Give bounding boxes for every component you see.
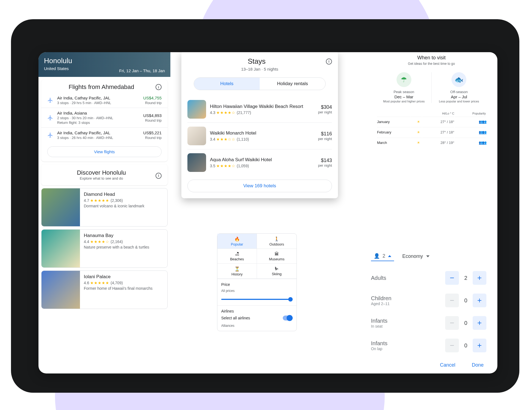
decrement-button[interactable]: − bbox=[445, 294, 459, 307]
hotel-image bbox=[187, 100, 206, 119]
category-outdoors[interactable]: 🚶 Outdoors bbox=[257, 234, 297, 249]
tab-holiday-rentals[interactable]: Holiday rentals bbox=[260, 78, 325, 90]
flight-trip-type: Round trip bbox=[143, 136, 162, 140]
passenger-count-dropdown[interactable]: 👤 2 bbox=[371, 251, 394, 261]
month-row[interactable]: January ☀ 27° / 18° 👥👥 bbox=[377, 117, 486, 127]
stays-title: Stays bbox=[187, 57, 326, 66]
hotel-row[interactable]: Waikiki Monarch Hotel 3.4 ★★★☆☆ (1,110) … bbox=[187, 122, 332, 149]
view-hotels-button[interactable]: View 169 hotels bbox=[187, 180, 332, 192]
done-button[interactable]: Done bbox=[472, 362, 484, 368]
increment-button[interactable]: + bbox=[473, 339, 486, 352]
hotel-name: Hilton Hawaiian Village Waikiki Beach Re… bbox=[210, 104, 318, 109]
star-icon: ★★★★☆ bbox=[216, 110, 235, 115]
category-icon: 🔥 bbox=[217, 236, 257, 242]
left-column: Honolulu United States Fri, 12 Jan – Thu… bbox=[38, 52, 170, 309]
flight-meta: 2 stops · 30 hrs 20 min · AMD–HNL bbox=[57, 116, 143, 120]
decrement-button[interactable]: − bbox=[445, 271, 459, 285]
select-all-airlines-toggle[interactable] bbox=[283, 316, 293, 320]
hotel-image bbox=[187, 153, 206, 172]
filters-panel: 🔥 Popular 🚶 Outdoors 🏖 Beaches 🏛 Museums… bbox=[217, 233, 297, 331]
flights-card: Flights from Ahmedabad i Air India, Cath… bbox=[41, 80, 168, 161]
discover-card: Discover Honolulu Explore what to see an… bbox=[41, 164, 168, 185]
price-slider[interactable] bbox=[221, 297, 293, 302]
flight-airlines: Air India, Cathay Pacific, JAL bbox=[57, 130, 143, 135]
flight-row[interactable]: Air India, Asiana 2 stops · 30 hrs 20 mi… bbox=[41, 108, 168, 127]
category-icon: ⏳ bbox=[217, 266, 257, 272]
app-canvas: Honolulu United States Fri, 12 Jan – Thu… bbox=[38, 52, 497, 373]
poi-item[interactable]: Diamond Head 4.7 ★★★★★ (2,306) Dormant v… bbox=[41, 188, 168, 227]
hotel-row[interactable]: Hilton Hawaiian Village Waikiki Beach Re… bbox=[187, 96, 332, 122]
flight-trip-type: Round trip bbox=[143, 118, 162, 122]
passenger-type-row: ChildrenAged 2–11 − 0 + bbox=[371, 289, 486, 312]
popularity-icon: 👥👥 bbox=[479, 141, 486, 145]
flight-price: US$5,221 bbox=[143, 130, 162, 135]
poi-item[interactable]: Hanauma Bay 4.4 ★★★★☆ (2,164) Nature pre… bbox=[41, 229, 168, 268]
passenger-value: 2 bbox=[459, 275, 473, 281]
hotel-name: Aqua Aloha Surf Waikiki Hotel bbox=[210, 157, 318, 163]
when-subtitle: Get ideas for the best time to go bbox=[376, 62, 486, 66]
passenger-value: 0 bbox=[459, 297, 473, 304]
poi-name: Iolani Palace bbox=[84, 274, 164, 280]
cancel-button[interactable]: Cancel bbox=[440, 362, 455, 368]
passenger-value: 0 bbox=[459, 320, 473, 326]
info-icon[interactable]: i bbox=[156, 84, 162, 90]
category-history[interactable]: ⏳ History bbox=[217, 264, 257, 279]
alliances-label: Alliances bbox=[221, 324, 293, 328]
month-row[interactable]: February ☀ 27° / 18° 👥👥 bbox=[377, 127, 486, 137]
category-icon: 🏖 bbox=[217, 252, 257, 256]
view-flights-button[interactable]: View flights bbox=[47, 146, 162, 157]
select-all-airlines-label: Select all airlines bbox=[221, 316, 283, 320]
flight-airlines: Air India, Asiana bbox=[57, 111, 143, 115]
destination-dates: Fri, 12 Jan – Thu, 18 Jan bbox=[119, 68, 165, 73]
when-to-visit: When to visit Get ideas for the best tim… bbox=[376, 55, 486, 148]
hotel-price: $116 bbox=[318, 131, 332, 137]
flight-price: US$4,893 bbox=[143, 113, 162, 118]
passenger-type-row: Adults − 2 + bbox=[371, 267, 486, 289]
stays-tabs: Hotels Holiday rentals bbox=[194, 77, 326, 90]
poi-item[interactable]: Iolani Palace 4.6 ★★★★★ (4,709) Former h… bbox=[41, 270, 168, 309]
plane-icon bbox=[47, 97, 53, 103]
flight-airlines: Air India, Cathay Pacific, JAL bbox=[57, 96, 143, 100]
category-museums[interactable]: 🏛 Museums bbox=[257, 249, 297, 264]
hotel-row[interactable]: Aqua Aloha Surf Waikiki Hotel 3.5 ★★★★☆ … bbox=[187, 149, 332, 176]
discover-title: Discover Honolulu bbox=[47, 169, 156, 176]
category-icon: ⛷ bbox=[257, 266, 297, 271]
flight-row[interactable]: Air India, Cathay Pacific, JAL 3 stops ·… bbox=[41, 93, 168, 108]
category-skiing[interactable]: ⛷ Skiing bbox=[257, 264, 297, 279]
hotel-price: $143 bbox=[318, 158, 332, 163]
person-icon: 👤 bbox=[374, 253, 380, 259]
poi-image bbox=[41, 188, 80, 227]
category-popular[interactable]: 🔥 Popular bbox=[217, 234, 257, 249]
increment-button[interactable]: + bbox=[473, 294, 486, 307]
flights-title: Flights from Ahmedabad bbox=[47, 83, 156, 91]
cabin-class-dropdown[interactable]: Economy bbox=[402, 253, 430, 259]
month-row[interactable]: March ☀ 28° / 19° 👥👥 bbox=[377, 138, 486, 147]
decrement-button[interactable]: − bbox=[445, 316, 459, 330]
info-icon[interactable]: i bbox=[326, 58, 332, 65]
airlines-filter-label: Airlines bbox=[221, 309, 293, 313]
poi-name: Diamond Head bbox=[84, 192, 164, 197]
passenger-value: 0 bbox=[459, 342, 473, 349]
tab-hotels[interactable]: Hotels bbox=[194, 78, 260, 90]
popularity-icon: 👥👥 bbox=[479, 120, 486, 124]
when-title: When to visit bbox=[376, 55, 486, 61]
poi-name: Hanauma Bay bbox=[84, 233, 164, 238]
category-icon: 🚶 bbox=[257, 236, 297, 242]
star-icon: ★★★★☆ bbox=[216, 164, 235, 168]
flight-row[interactable]: Air India, Cathay Pacific, JAL 3 stops ·… bbox=[41, 127, 168, 143]
price-filter-value: All prices bbox=[221, 289, 293, 293]
poi-image bbox=[41, 271, 80, 309]
flight-meta: 3 stops · 29 hrs 5 min · AMD–HNL bbox=[57, 101, 143, 105]
peak-season: ☂ Peak season Dec – Mar Most popular and… bbox=[376, 72, 432, 103]
decrement-button[interactable]: − bbox=[445, 339, 459, 352]
info-icon[interactable]: i bbox=[156, 173, 162, 179]
category-beaches[interactable]: 🏖 Beaches bbox=[217, 249, 257, 264]
hotel-name: Waikiki Monarch Hotel bbox=[210, 130, 318, 136]
increment-button[interactable]: + bbox=[473, 316, 486, 330]
flight-meta: 3 stops · 26 hrs 40 min · AMD–HNL bbox=[57, 136, 143, 140]
discover-subtitle: Explore what to see and do bbox=[47, 176, 156, 180]
off-season: 🐟 Off-season Apr – Jul Less popular and … bbox=[432, 72, 487, 103]
destination-hero: Honolulu United States Fri, 12 Jan – Thu… bbox=[38, 52, 170, 77]
increment-button[interactable]: + bbox=[473, 271, 486, 285]
hotel-price-unit: per night bbox=[318, 110, 332, 114]
